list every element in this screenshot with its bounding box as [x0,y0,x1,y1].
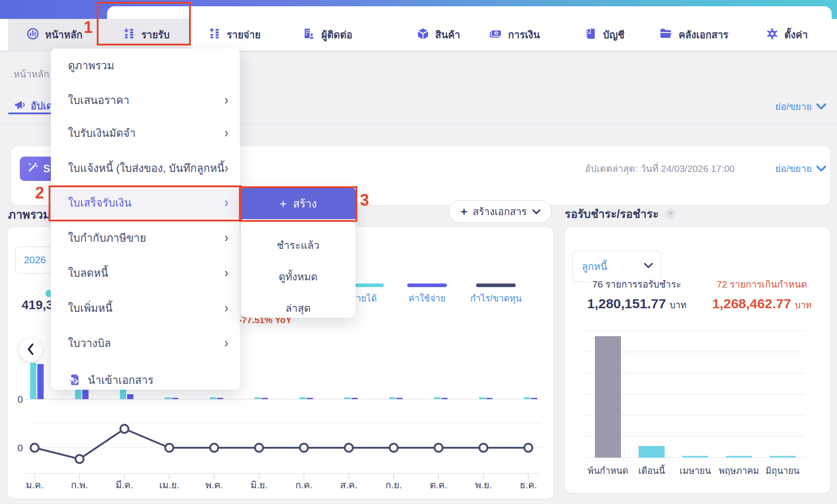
line-marker [31,444,39,452]
submenu-item-label: ล่าสุด [286,300,311,316]
chart-text: ก.พ. [71,480,88,490]
line-marker [345,444,353,452]
receivables-title-row: รอรับชำระ/รอชำระ ? [565,205,676,223]
nav-item-8[interactable]: ตั้งค่า [765,19,808,50]
chart-text: ม.ค. [26,480,44,490]
menu-item-3[interactable]: ใบแจ้งหนี้ (ใบส่งของ, บันทึกลูกหนี้)› [51,153,240,183]
revenue-bar [524,397,530,399]
recv-bar [770,456,796,458]
create-receipt-label: สร้าง [293,195,317,212]
nav-item-label: สินค้า [435,27,460,43]
line-marker [435,444,443,452]
chart-text: ธ.ค. [520,480,537,490]
expense-bar [217,398,223,399]
collapse-toggle-top-label: ย่อ/ขยาย [775,99,812,114]
submenu-item-2[interactable]: ล่าสุด [241,293,356,323]
expense-bar [486,398,492,399]
nav-item-1[interactable]: รายรับ [122,19,170,50]
nav-item-label: ตั้งค่า [784,27,808,43]
plus-icon: + [460,205,467,219]
chart-text: ส.ค. [340,480,358,490]
expense-bar [262,398,268,399]
chart-text: มิ.ย. [251,480,268,490]
create-document-label: สร้างเอกสาร [473,204,527,220]
chart-text: พ้นกำหนด [588,466,628,476]
receipt-submenu: + สร้าง ชำระแล้วดูทั้งหมดล่าสุด [241,188,356,318]
nav-item-6[interactable]: บัญชี [584,19,625,50]
chart-text: พ.ค. [205,480,223,490]
submenu-item-label: ดูทั้งหมด [279,269,318,285]
line-marker [300,444,308,452]
menu-item-5[interactable]: ใบกำกับภาษีขาย› [51,222,240,253]
menu-item-label: ใบเสนอราคา [68,91,225,109]
nav-item-2[interactable]: รายจ่าย [208,19,261,50]
recv-bar [595,336,621,458]
plus-icon: + [279,197,287,211]
nav-item-label: บัญชี [603,27,625,43]
accounting-icon [584,27,598,42]
revenue-bar [389,397,396,399]
create-document-button[interactable]: + สร้างเอกสาร [449,200,552,223]
collapse-toggle-top[interactable]: ย่อ/ขยาย [775,99,826,114]
menu-item-9[interactable]: นำเข้าเอกสาร [51,364,240,395]
create-receipt-button[interactable]: + สร้าง [241,188,356,219]
menu-item-label: ใบเพิ่มหนี้ [68,299,225,317]
revenue-bar [255,397,261,399]
expense-bar [37,364,44,399]
nav-item-4[interactable]: สินค้า [416,19,460,50]
menu-item-7[interactable]: ใบเพิ่มหนี้› [51,292,240,323]
expense-bar [306,398,313,399]
menu-item-1[interactable]: ใบเสนอราคา› [51,85,240,115]
magic-wand-icon [27,162,39,176]
submenu-item-1[interactable]: ดูทั้งหมด [241,262,356,292]
import-icon [68,374,81,386]
menu-item-label: ดูภาพรวม [68,57,228,74]
home-icon [26,27,40,42]
nav-item-0[interactable]: หน้าหลัก [26,19,82,50]
chart-text: มิถุนายน [765,466,800,477]
chevron-right-icon: › [225,194,228,211]
chart-text: 0 [18,394,23,405]
submenu-item-0[interactable]: ชำระแล้ว [241,230,356,260]
line-marker [120,425,128,433]
menu-item-label: ใบเสร็จรับเงิน [68,194,225,212]
profit-line [35,429,528,459]
chevron-right-icon: › [225,335,228,351]
expense-bar [351,398,358,399]
nav-item-3[interactable]: ผู้ติดต่อ [302,19,352,50]
menu-item-2[interactable]: ใบรับเงินมัดจำ› [51,117,240,148]
receivables-bar-chart: พ้นกำหนดเดือนนี้เมษายนพฤษภาคมมิถุนายน [565,227,830,493]
expense-bar [396,398,403,399]
chart-text: พฤษภาคม [719,466,759,476]
chevron-down-icon [532,206,540,217]
menu-item-label: ใบแจ้งหนี้ (ใบส่งของ, บันทึกลูกหนี้) [68,159,225,177]
menu-item-6[interactable]: ใบลดหนี้› [51,257,240,288]
revenue-bar [165,397,171,399]
collapse-toggle-banner[interactable]: ย่อ/ขยาย [775,161,826,176]
line-marker [255,444,263,452]
menu-item-label: ใบกำกับภาษีขาย [68,229,225,247]
nav-top-white-strip [107,6,832,20]
help-icon[interactable]: ? [665,208,676,219]
line-marker [76,455,84,463]
menu-item-0[interactable]: ดูภาพรวม [51,50,240,81]
chevron-right-icon: › [225,300,228,316]
line-marker [165,444,173,452]
menu-item-4[interactable]: ใบเสร็จรับเงิน› [51,187,240,218]
last-updated-text: อัปเดตล่าสุด: วันที่ 24/03/2026 17:00 [585,161,735,176]
nav-item-5[interactable]: การเงิน [488,19,540,50]
chevron-right-icon: › [225,265,228,281]
line-marker [524,444,532,452]
nav-item-7[interactable]: คลังเอกสาร [659,19,729,50]
revenue-bar [479,397,485,399]
chevron-down-icon [816,163,826,174]
expense-bar [172,398,178,399]
menu-item-8[interactable]: ใบวางบิล› [51,328,240,358]
finance-icon [488,27,503,42]
chart-text: 0 [18,442,23,454]
recv-bar [682,456,708,458]
chart-text: เม.ย. [159,480,180,490]
nav-item-label: รายจ่าย [227,27,261,43]
chart-text: พ.ย. [475,480,492,490]
settings-icon [765,27,779,42]
